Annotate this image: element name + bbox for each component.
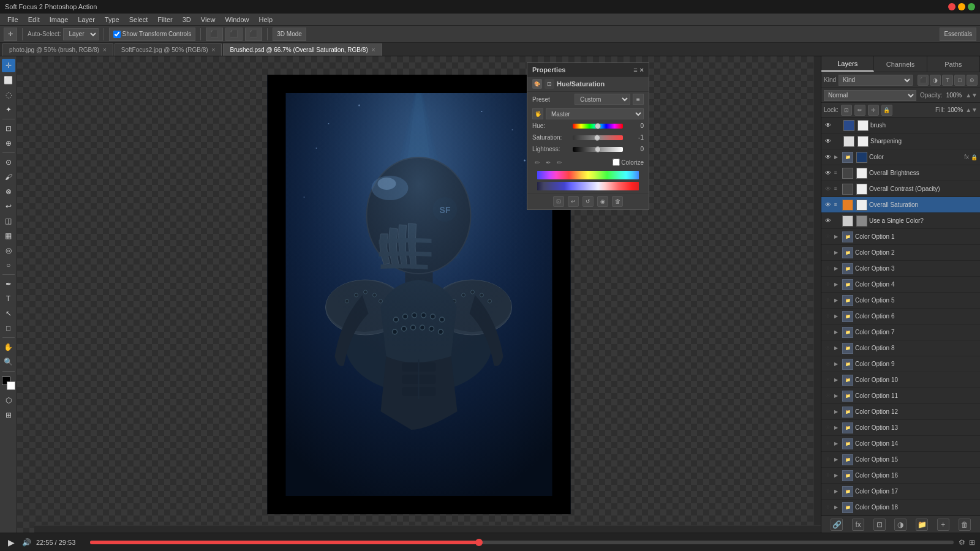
menu-select[interactable]: Select	[124, 13, 153, 26]
layer-expand-color-12[interactable]: ▶	[834, 409, 840, 414]
layer-kind-select[interactable]: Kind	[839, 75, 913, 86]
saturation-slider-thumb[interactable]	[594, 135, 600, 141]
layer-expand-color-7[interactable]: ▶	[834, 329, 840, 335]
layer-expand-color-3[interactable]: ▶	[834, 266, 840, 271]
layer-eye-color-13[interactable]: 👁	[824, 424, 832, 432]
foreground-bg-colors[interactable]	[2, 377, 15, 390]
layer-new-btn[interactable]: +	[937, 519, 949, 531]
tab-softfocus2-close[interactable]: ×	[212, 47, 216, 53]
lasso-tool[interactable]: ◌	[2, 88, 15, 102]
tab-channels[interactable]: Channels	[874, 56, 927, 72]
dodge-tool[interactable]: ○	[2, 258, 15, 272]
show-transform-checkbox[interactable]	[113, 31, 121, 38]
layer-color-option-10[interactable]: 👁 ▶ 📁 Color Option 10	[821, 372, 980, 388]
visibility-btn[interactable]: ◉	[597, 196, 608, 207]
layer-folder-btn[interactable]: 📁	[916, 519, 928, 531]
sample-tool-2[interactable]: ✒	[543, 157, 553, 167]
progress-thumb[interactable]	[475, 539, 483, 546]
saturation-slider-track[interactable]	[573, 135, 623, 140]
menu-window[interactable]: Window	[220, 13, 254, 26]
eraser-tool[interactable]: ◫	[2, 214, 15, 228]
layer-overall-brightness[interactable]: 👁 ≡ Overall Brightness	[821, 165, 980, 181]
layer-eye-color[interactable]: 👁	[824, 153, 832, 162]
filter-adj-btn[interactable]: ◑	[930, 75, 941, 86]
gradient-tool[interactable]: ▦	[2, 229, 15, 242]
filter-smart-btn[interactable]: ⊙	[967, 75, 978, 86]
layer-eye-color-3[interactable]: 👁	[824, 264, 832, 273]
layer-color-option-15[interactable]: 👁 ▶ 📁 Color Option 15	[821, 452, 980, 468]
layer-color-option-13[interactable]: 👁 ▶ 📁 Color Option 13	[821, 420, 980, 436]
menu-help[interactable]: Help	[254, 13, 278, 26]
clone-tool[interactable]: ⊗	[2, 185, 15, 198]
tab-brushed-close[interactable]: ×	[372, 47, 375, 53]
close-btn[interactable]	[948, 3, 956, 10]
layer-mask-btn[interactable]: ⊡	[873, 519, 886, 531]
layer-expand-color-17[interactable]: ▶	[834, 489, 840, 494]
layer-expand-color-11[interactable]: ▶	[834, 393, 840, 399]
layer-eye-color-6[interactable]: 👁	[824, 312, 832, 321]
layer-eye-color-10[interactable]: 👁	[824, 376, 832, 384]
layer-color-option-1[interactable]: 👁 ▶ 📁 Color Option 1	[821, 229, 980, 245]
layer-overall-saturation[interactable]: 👁 ≡ Overall Saturation	[821, 197, 980, 213]
layer-eye-color-7[interactable]: 👁	[824, 328, 832, 337]
layer-eye-color-14[interactable]: 👁	[824, 440, 832, 448]
heal-tool[interactable]: ⊙	[2, 156, 15, 169]
history-brush-tool[interactable]: ↩	[2, 200, 15, 213]
move-tool-options[interactable]: ✛	[4, 28, 17, 41]
volume-icon[interactable]: 🔊	[22, 538, 31, 547]
blur-tool[interactable]: ◎	[2, 244, 15, 257]
layer-eye-saturation[interactable]: 👁	[824, 201, 832, 209]
menu-edit[interactable]: Edit	[23, 13, 45, 26]
menu-filter[interactable]: Filter	[153, 13, 177, 26]
layer-eye-color-2[interactable]: 👁	[824, 249, 832, 257]
layer-eye-brush[interactable]: 👁	[824, 121, 832, 130]
layer-color-option-11[interactable]: 👁 ▶ 📁 Color Option 11	[821, 388, 980, 404]
layer-eye-single-color[interactable]: 👁	[824, 217, 832, 225]
layer-eye-color-12[interactable]: 👁	[824, 408, 832, 416]
layer-expand-color-6[interactable]: ▶	[834, 313, 840, 319]
layer-eye-brightness[interactable]: 👁	[824, 169, 832, 178]
layer-expand-color-8[interactable]: ▶	[834, 345, 840, 351]
fill-stepper[interactable]: ▲▼	[965, 107, 978, 113]
layer-color-option-4[interactable]: 👁 ▶ 📁 Color Option 4	[821, 277, 980, 293]
layer-eye-color-17[interactable]: 👁	[824, 487, 832, 496]
rect-select-tool[interactable]: ⬜	[2, 73, 15, 87]
layer-expand-color-14[interactable]: ▶	[834, 441, 840, 446]
layer-color-option-3[interactable]: 👁 ▶ 📁 Color Option 3	[821, 261, 980, 277]
lock-position-btn[interactable]: ✛	[868, 105, 879, 116]
auto-select-dropdown[interactable]: Layer Group	[63, 28, 99, 40]
play-button[interactable]: ▶	[5, 536, 17, 549]
layers-list[interactable]: 👁 brush 👁 Sharpening 👁 ▶ 📁 Color	[821, 118, 980, 515]
preset-dropdown[interactable]: Custom Default	[575, 94, 630, 105]
layer-color-option-14[interactable]: 👁 ▶ 📁 Color Option 14	[821, 436, 980, 452]
essentials-btn[interactable]: Essentials	[940, 28, 976, 41]
filter-pixel-btn[interactable]: ⬛	[918, 75, 929, 86]
layer-expand-color-9[interactable]: ▶	[834, 361, 840, 367]
layer-eye-color-8[interactable]: 👁	[824, 344, 832, 353]
layer-expand-color-16[interactable]: ▶	[834, 473, 840, 478]
filter-type-btn[interactable]: T	[942, 75, 953, 86]
layer-expand-color-4[interactable]: ▶	[834, 282, 840, 287]
layer-color-option-18[interactable]: 👁 ▶ 📁 Color Option 18	[821, 500, 980, 515]
layer-expand-color[interactable]: ▶	[834, 154, 840, 160]
menu-layer[interactable]: Layer	[73, 13, 100, 26]
layer-eye-color-9[interactable]: 👁	[824, 360, 832, 369]
clip-to-layer-btn[interactable]: ⊡	[553, 196, 564, 207]
tab-photo-close[interactable]: ×	[103, 47, 107, 53]
align-left-btn[interactable]: ⬛	[206, 28, 223, 41]
layer-expand-color-13[interactable]: ▶	[834, 425, 840, 430]
settings-btn[interactable]: ⚙	[959, 538, 965, 547]
layer-color-option-7[interactable]: 👁 ▶ 📁 Color Option 7	[821, 324, 980, 340]
delete-btn[interactable]: 🗑	[612, 196, 623, 207]
sample-tool-3[interactable]: ✏	[554, 157, 564, 167]
layer-eye-color-1[interactable]: 👁	[824, 233, 832, 241]
background-color[interactable]	[7, 381, 15, 390]
target-channel-btn[interactable]: 🖐	[532, 108, 543, 119]
canvas-scrollbar-vertical[interactable]	[813, 56, 821, 525]
brush-tool[interactable]: 🖌	[2, 170, 15, 184]
lock-image-btn[interactable]: ✏	[854, 105, 865, 116]
preset-options-btn[interactable]: ≡	[633, 94, 644, 105]
layer-eye-color-4[interactable]: 👁	[824, 280, 832, 289]
layer-brush[interactable]: 👁 brush	[821, 118, 980, 133]
minimize-btn[interactable]	[958, 3, 965, 10]
